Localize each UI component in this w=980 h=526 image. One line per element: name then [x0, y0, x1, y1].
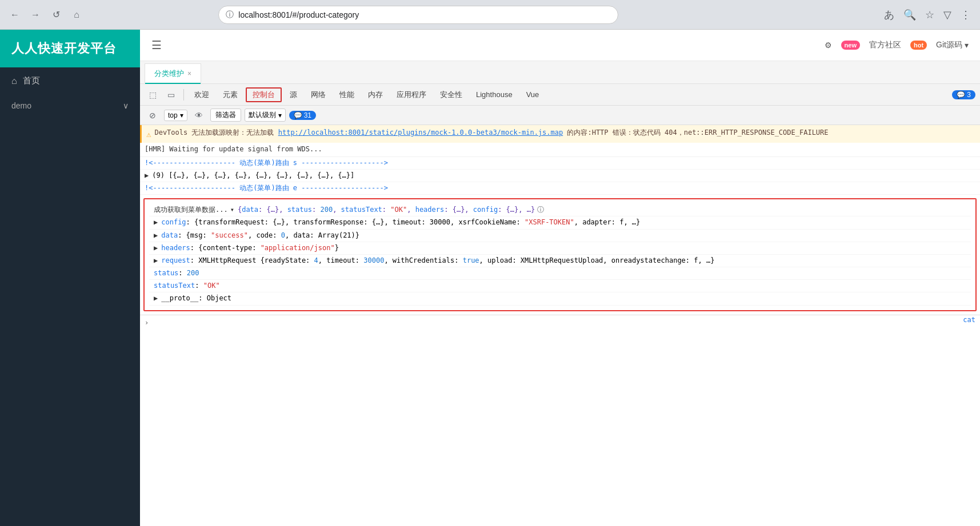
- demo-label: demo: [11, 101, 31, 110]
- app-wrapper: 人人快速开发平台 ⌂ 首页 demo ∨ ☰ ⚙ new 官方社区 hot Gi…: [0, 30, 980, 526]
- toolbar-separator-1: [183, 89, 184, 101]
- hamburger-icon[interactable]: ☰: [151, 38, 162, 52]
- profile-icon[interactable]: ▽: [941, 6, 954, 23]
- tab-close-button[interactable]: ×: [187, 70, 191, 78]
- filter-label: 筛选器: [215, 110, 236, 120]
- comment1-text[interactable]: !<-------------------- 动态(菜单)路由 s ------…: [145, 158, 388, 168]
- status-text: status: 200: [154, 268, 199, 279]
- level-label: 默认级别: [249, 110, 276, 120]
- msg-icon: 💬: [957, 91, 965, 99]
- devtools-tab-network[interactable]: 网络: [305, 87, 331, 102]
- proto-row: ▶ __proto__: Object: [149, 292, 971, 305]
- console-success-row: 成功获取到菜单数据... ▾ {data: {…}, status: 200, …: [143, 198, 977, 311]
- comment2-text[interactable]: !<-------------------- 动态(菜单)路由 e ------…: [145, 183, 388, 194]
- refresh-button[interactable]: ↺: [48, 7, 64, 23]
- cat-link[interactable]: cat: [963, 315, 975, 326]
- chevron-down-icon: ∨: [123, 101, 129, 110]
- menu-icon[interactable]: ⋮: [958, 6, 973, 23]
- hmr-text: [HMR] Waiting for update signal from WDS…: [145, 145, 322, 153]
- bookmark-icon[interactable]: ☆: [923, 6, 937, 23]
- forward-button[interactable]: →: [27, 7, 43, 23]
- community-link[interactable]: 官方社区: [869, 40, 901, 50]
- array-text: (9) [{…}, {…}, {…}, {…}, {…}, {…}, {…}, …: [152, 170, 354, 181]
- config-expand-icon[interactable]: ▶: [154, 217, 158, 228]
- devtools-tab-elements[interactable]: 元素: [217, 87, 243, 102]
- zoom-icon[interactable]: 🔍: [901, 6, 918, 23]
- devtools-inspect-icon[interactable]: ⬚: [145, 87, 161, 103]
- header-right: ⚙ new 官方社区 hot Git源码 ▾: [825, 40, 969, 50]
- address-bar[interactable]: ⓘ localhost:8001/#/product-category: [218, 6, 618, 24]
- msg-icon-2: 💬: [294, 111, 302, 119]
- config-text: config: {transformRequest: {…}, transfor…: [161, 217, 640, 228]
- console-comment1-row: !<-------------------- 动态(菜单)路由 s ------…: [140, 157, 980, 170]
- devtools-tab-performance[interactable]: 性能: [334, 87, 360, 102]
- filter-chip[interactable]: 筛选器: [210, 109, 241, 122]
- devtools-tab-source[interactable]: 源: [284, 87, 303, 102]
- browser-actions: あ 🔍 ☆ ▽ ⋮: [882, 6, 973, 24]
- data-row: ▶ data: {msg: "success", code: 0, data: …: [149, 230, 971, 242]
- success-main-row: 成功获取到菜单数据... ▾ {data: {…}, status: 200, …: [149, 204, 971, 216]
- headers-row: ▶ headers: {content-type: "application/j…: [149, 242, 971, 255]
- context-label: top: [168, 111, 178, 119]
- success-obj: {data: {…}, status: 200, statusText: "OK…: [238, 204, 535, 215]
- devtools-tab-console[interactable]: 控制台: [246, 87, 282, 102]
- warning-url-link[interactable]: http://localhost:8001/static/plugins/moc…: [278, 129, 563, 136]
- request-row: ▶ request: XMLHttpRequest {readyState: 4…: [149, 255, 971, 267]
- proto-expand-icon[interactable]: ▶: [154, 293, 158, 304]
- success-label: 成功获取到菜单数据...: [154, 204, 228, 215]
- success-expand-icon[interactable]: ▾: [230, 204, 234, 215]
- clear-console-button[interactable]: ⊘: [145, 107, 161, 123]
- console-msg-count[interactable]: 💬 31: [289, 111, 316, 120]
- back-button[interactable]: ←: [7, 7, 23, 23]
- tab-category-label: 分类维护: [154, 69, 184, 79]
- data-text: data: {msg: "success", code: 0, data: Ar…: [161, 230, 359, 241]
- devtools-tab-security[interactable]: 安全性: [434, 87, 468, 102]
- top-header: ☰ ⚙ new 官方社区 hot Git源码 ▾: [140, 30, 980, 61]
- msg-count: 3: [967, 91, 971, 99]
- request-text: request: XMLHttpRequest {readyState: 4, …: [161, 255, 714, 266]
- devtools-toolbar: ⬚ ▭ 欢迎 元素 控制台 源 网络 性能 内存 应用程序 安全性 Lighth…: [140, 84, 980, 106]
- array-expand-icon[interactable]: ▶: [145, 170, 149, 181]
- sidebar-logo: 人人快速开发平台: [0, 30, 140, 67]
- source-link[interactable]: Git源码 ▾: [936, 40, 969, 50]
- data-expand-icon[interactable]: ▶: [154, 230, 158, 241]
- console-input-row: ›: [140, 315, 980, 331]
- hot-badge: hot: [910, 41, 927, 50]
- devtools-tab-application[interactable]: 应用程序: [391, 87, 432, 102]
- eye-icon[interactable]: 👁: [191, 107, 207, 123]
- devtools-tab-vue[interactable]: Vue: [521, 88, 545, 101]
- sidebar-item-demo[interactable]: demo ∨: [0, 94, 140, 117]
- config-row: ▶ config: {transformRequest: {…}, transf…: [149, 216, 971, 229]
- context-chevron-icon: ▾: [180, 111, 183, 119]
- proto-text: __proto__: Object: [161, 293, 231, 304]
- home-icon: ⌂: [11, 76, 17, 86]
- devtools-tab-lighthouse[interactable]: Lighthouse: [470, 88, 518, 101]
- tab-bar: 分类维护 ×: [140, 61, 980, 84]
- statustext-row: statusText: "OK": [149, 280, 971, 292]
- prompt-icon: ›: [145, 318, 149, 328]
- devtools-tab-memory[interactable]: 内存: [362, 87, 389, 102]
- warning-text: DevTools 无法加载源映射：无法加载 http://localhost:8…: [154, 127, 828, 138]
- home-button[interactable]: ⌂: [69, 7, 85, 23]
- console-success-wrapper: 成功获取到菜单数据... ▾ {data: {…}, status: 200, …: [140, 198, 980, 311]
- request-expand-icon[interactable]: ▶: [154, 255, 158, 266]
- headers-expand-icon[interactable]: ▶: [154, 243, 158, 254]
- new-badge: new: [841, 41, 860, 50]
- devtools-device-icon[interactable]: ▭: [163, 87, 179, 103]
- console-output[interactable]: ⚠ DevTools 无法加载源映射：无法加载 http://localhost…: [140, 125, 980, 526]
- context-select[interactable]: top ▾: [164, 110, 187, 121]
- info-icon[interactable]: ⓘ: [537, 204, 544, 215]
- warning-icon: ⚠: [146, 128, 151, 140]
- settings-icon[interactable]: ⚙: [825, 41, 832, 50]
- translate-icon[interactable]: あ: [882, 6, 897, 24]
- devtools-msg-badge[interactable]: 💬 3: [952, 90, 975, 99]
- lock-icon: ⓘ: [226, 10, 234, 20]
- browser-chrome: ← → ↺ ⌂ ⓘ localhost:8001/#/product-categ…: [0, 0, 980, 30]
- tab-category[interactable]: 分类维护 ×: [145, 63, 201, 83]
- headers-text: headers: {content-type: "application/jso…: [161, 243, 339, 254]
- level-select[interactable]: 默认级别 ▾: [245, 109, 286, 122]
- devtools-tab-welcome[interactable]: 欢迎: [189, 87, 215, 102]
- sidebar-item-home[interactable]: ⌂ 首页: [0, 67, 140, 94]
- sidebar: 人人快速开发平台 ⌂ 首页 demo ∨: [0, 30, 140, 526]
- main-content: ☰ ⚙ new 官方社区 hot Git源码 ▾ 分类维护 ×: [140, 30, 980, 526]
